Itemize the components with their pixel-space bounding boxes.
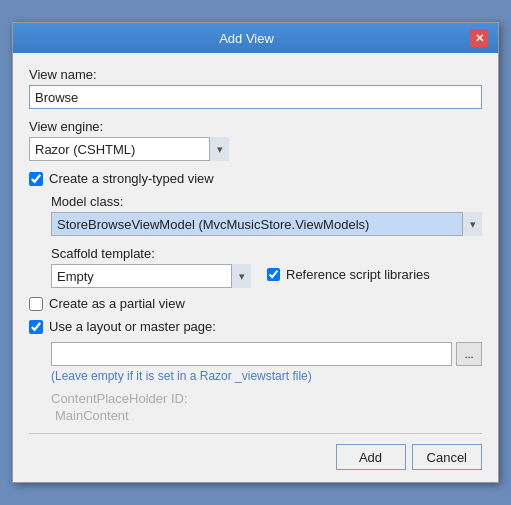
cancel-button[interactable]: Cancel — [412, 444, 482, 470]
view-engine-group: View engine: Razor (CSHTML) ASPX — [29, 119, 482, 161]
scaffold-template-group: Scaffold template: Empty Create Delete D… — [51, 246, 251, 288]
divider — [29, 433, 482, 434]
layout-page-checkbox[interactable] — [29, 320, 43, 334]
model-class-select[interactable]: StoreBrowseViewModel (MvcMusicStore.View… — [51, 212, 482, 236]
view-engine-label: View engine: — [29, 119, 482, 134]
strongly-typed-checkbox[interactable] — [29, 172, 43, 186]
view-engine-select-wrapper: Razor (CSHTML) ASPX — [29, 137, 229, 161]
scaffold-select[interactable]: Empty Create Delete Details Edit List — [51, 264, 251, 288]
layout-path-section: ... (Leave empty if it is set in a Razor… — [29, 342, 482, 423]
add-button[interactable]: Add — [336, 444, 406, 470]
view-name-input[interactable] — [29, 85, 482, 109]
title-bar: Add View ✕ — [13, 23, 498, 53]
scaffold-row: Scaffold template: Empty Create Delete D… — [51, 246, 482, 288]
indented-section: Model class: StoreBrowseViewModel (MvcMu… — [29, 194, 482, 288]
layout-hint: (Leave empty if it is set in a Razor _vi… — [51, 369, 482, 383]
reference-scripts-checkbox[interactable] — [267, 268, 280, 281]
content-placeholder-label: ContentPlaceHolder ID: — [51, 391, 482, 406]
layout-input-row: ... — [51, 342, 482, 366]
model-class-group: Model class: StoreBrowseViewModel (MvcMu… — [51, 194, 482, 236]
layout-path-input[interactable] — [51, 342, 452, 366]
partial-view-checkbox[interactable] — [29, 297, 43, 311]
button-row: Add Cancel — [29, 444, 482, 470]
model-class-label: Model class: — [51, 194, 482, 209]
layout-page-label: Use a layout or master page: — [49, 319, 216, 334]
close-button[interactable]: ✕ — [470, 29, 488, 47]
scaffold-select-wrapper: Empty Create Delete Details Edit List — [51, 264, 251, 288]
view-engine-select[interactable]: Razor (CSHTML) ASPX — [29, 137, 229, 161]
model-class-select-wrapper: StoreBrowseViewModel (MvcMusicStore.View… — [51, 212, 482, 236]
view-name-label: View name: — [29, 67, 482, 82]
strongly-typed-label: Create a strongly-typed view — [49, 171, 214, 186]
dialog: Add View ✕ View name: View engine: Razor… — [12, 22, 499, 483]
view-name-group: View name: — [29, 67, 482, 109]
browse-button[interactable]: ... — [456, 342, 482, 366]
reference-scripts-row: Reference script libraries — [267, 267, 430, 282]
content-placeholder-value: MainContent — [51, 408, 482, 423]
title-bar-text: Add View — [23, 31, 470, 46]
reference-scripts-label: Reference script libraries — [286, 267, 430, 282]
partial-view-label: Create as a partial view — [49, 296, 185, 311]
layout-page-row: Use a layout or master page: — [29, 319, 482, 334]
partial-view-row: Create as a partial view — [29, 296, 482, 311]
strongly-typed-row: Create a strongly-typed view — [29, 171, 482, 186]
scaffold-template-label: Scaffold template: — [51, 246, 251, 261]
